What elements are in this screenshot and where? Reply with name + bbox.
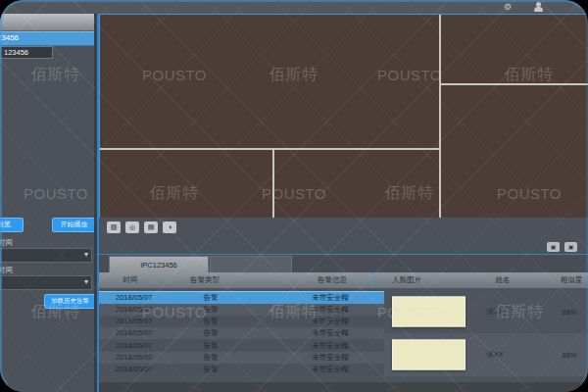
panel-divider-accent bbox=[99, 254, 588, 255]
cell-type: 告警 bbox=[204, 316, 219, 327]
face-result-group[interactable]: 张XX 88% bbox=[384, 290, 588, 332]
cell-type: 告警 bbox=[204, 292, 219, 304]
table-row[interactable]: 2018/05/07 告警 未带安全帽 bbox=[99, 364, 384, 375]
tab-ipc123456[interactable]: IPC123456 bbox=[109, 256, 209, 273]
cell-info: 未带安全帽 bbox=[312, 340, 349, 352]
cell-time: 2018/05/07 bbox=[116, 352, 153, 364]
table-row[interactable]: 2018/05/07 告警 未带安全帽 bbox=[99, 340, 384, 352]
face-photo-thumbnail[interactable] bbox=[392, 340, 466, 370]
cell-type: 告警 bbox=[204, 364, 219, 375]
similarity-value: 88% bbox=[562, 307, 576, 316]
settings-gear-icon[interactable]: ⚙ bbox=[502, 2, 514, 12]
title-bar: ⚙ bbox=[0, 0, 588, 14]
load-history-alarms-button[interactable]: 加载历史告警 bbox=[44, 294, 96, 309]
chevron-down-icon: ▾ bbox=[84, 277, 88, 286]
table-row[interactable]: 2018/05/07 告警 未带安全帽 bbox=[99, 327, 384, 339]
end-time-select[interactable]: ▾ bbox=[0, 275, 92, 290]
cell-info: 未带安全帽 bbox=[312, 352, 349, 364]
video-divider-horizontal-right bbox=[441, 83, 588, 85]
cell-time: 2018/05/07 bbox=[116, 364, 153, 375]
tab-empty[interactable] bbox=[210, 256, 292, 273]
surveillance-app-window: ⚙ IPC123456 123456 开始预览 开始播放 开始时间 ▾ 结束时间… bbox=[0, 0, 588, 392]
person-name: 张XX bbox=[486, 307, 504, 317]
cell-time: 2018/05/07 bbox=[116, 316, 153, 327]
device-item-selected[interactable]: IPC123456 bbox=[0, 31, 94, 46]
col-type: 告警类型 bbox=[190, 272, 220, 288]
video-divider-vertical bbox=[439, 15, 441, 218]
video-divider-horizontal-left bbox=[100, 148, 439, 150]
refresh-faces-icon[interactable]: ▣ bbox=[564, 242, 577, 252]
face-photo-thumbnail[interactable] bbox=[392, 296, 466, 326]
start-playback-button[interactable]: 开始播放 bbox=[52, 218, 96, 232]
column-divider-accent bbox=[372, 272, 373, 288]
table-actions-row: ▣ ▣ bbox=[99, 237, 588, 255]
person-name: 张XX bbox=[486, 350, 504, 360]
cell-info: 未带安全帽 bbox=[312, 327, 349, 339]
face-results-panel: 张XX 88% 张XX 88% bbox=[384, 288, 588, 382]
device-tag[interactable]: 123456 bbox=[0, 46, 53, 59]
alarm-table-header: 时间 告警类型 告警信息 人脸图片 姓名 相似度 bbox=[99, 272, 588, 288]
cell-time: 2018/05/07 bbox=[116, 292, 153, 304]
device-tree-header bbox=[0, 14, 94, 31]
cell-time: 2018/05/07 bbox=[116, 340, 153, 352]
cell-type: 告警 bbox=[204, 340, 219, 352]
end-time-label: 结束时间 bbox=[0, 266, 43, 275]
capture-icon[interactable]: ▧ bbox=[107, 221, 121, 233]
cell-info: 未带安全帽 bbox=[312, 292, 349, 304]
start-time-select[interactable]: ▾ bbox=[0, 248, 92, 263]
chevron-down-icon: ▾ bbox=[84, 250, 88, 259]
cell-type: 告警 bbox=[204, 327, 219, 339]
table-row[interactable]: 2018/05/07 告警 未带安全帽 bbox=[99, 304, 384, 316]
cell-info: 未带安全帽 bbox=[312, 316, 349, 327]
alarm-tab-bar: IPC123456 bbox=[99, 255, 588, 272]
col-similarity: 相似度 bbox=[561, 272, 583, 288]
col-info: 告警信息 bbox=[318, 272, 347, 288]
table-row[interactable]: 2018/05/07 告警 未带安全帽 bbox=[99, 291, 384, 305]
cell-info: 未带安全帽 bbox=[312, 304, 349, 316]
col-time: 时间 bbox=[123, 272, 138, 288]
cell-time: 2018/05/07 bbox=[116, 304, 153, 316]
device-item-label: IPC123456 bbox=[0, 33, 19, 42]
export-faces-icon[interactable]: ▣ bbox=[547, 242, 560, 252]
start-preview-button[interactable]: 开始预览 bbox=[0, 218, 24, 232]
video-toolbar: ▧ ◎ ▤ ◑ bbox=[99, 218, 588, 237]
record-icon[interactable]: ◎ bbox=[125, 221, 139, 233]
face-result-group[interactable]: 张XX 88% bbox=[384, 333, 588, 376]
start-time-label: 开始时间 bbox=[0, 238, 43, 248]
table-row[interactable]: 2018/05/07 告警 未带安全帽 bbox=[99, 352, 384, 364]
user-account-icon[interactable] bbox=[533, 2, 545, 12]
col-name: 姓名 bbox=[496, 272, 511, 288]
video-wall bbox=[99, 14, 588, 218]
cell-type: 告警 bbox=[204, 304, 219, 316]
cell-type: 告警 bbox=[204, 352, 219, 364]
device-tag-label: 123456 bbox=[4, 48, 28, 57]
cell-info: 未带安全帽 bbox=[312, 364, 349, 375]
save-icon[interactable]: ▤ bbox=[144, 221, 158, 233]
status-strip bbox=[99, 382, 588, 392]
video-divider-bottom bbox=[272, 150, 274, 218]
col-face: 人脸图片 bbox=[392, 272, 421, 288]
cell-time: 2018/05/07 bbox=[116, 327, 153, 339]
device-sidebar: IPC123456 123456 开始预览 开始播放 开始时间 ▾ 结束时间 ▾… bbox=[0, 14, 94, 392]
split-view-icon[interactable]: ◑ bbox=[163, 221, 176, 233]
table-row[interactable]: 2018/05/07 告警 未带安全帽 bbox=[99, 316, 384, 327]
similarity-value: 88% bbox=[562, 351, 576, 360]
